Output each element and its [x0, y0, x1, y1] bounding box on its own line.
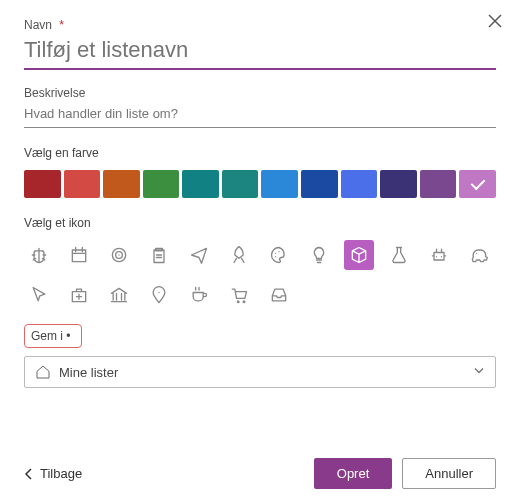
target-icon[interactable] — [104, 240, 134, 270]
inbox-icon[interactable] — [264, 280, 294, 310]
description-input[interactable] — [24, 102, 496, 128]
color-swatch-0[interactable] — [24, 170, 61, 198]
flask-icon[interactable] — [384, 240, 414, 270]
color-swatch-8[interactable] — [341, 170, 378, 198]
close-button[interactable] — [484, 10, 506, 32]
coffee-icon[interactable] — [184, 280, 214, 310]
color-swatch-3[interactable] — [143, 170, 180, 198]
airplane-icon[interactable] — [184, 240, 214, 270]
lightbulb-icon[interactable] — [304, 240, 334, 270]
chevron-down-icon — [473, 365, 485, 380]
save-location-value: Mine lister — [59, 365, 118, 380]
icon-grid — [24, 240, 496, 310]
bug-icon[interactable] — [24, 240, 54, 270]
palette-icon[interactable] — [264, 240, 294, 270]
color-swatch-4[interactable] — [182, 170, 219, 198]
color-swatch-6[interactable] — [261, 170, 298, 198]
close-icon — [488, 14, 502, 28]
color-row — [24, 170, 496, 198]
color-swatch-7[interactable] — [301, 170, 338, 198]
cube-icon[interactable] — [344, 240, 374, 270]
color-swatch-5[interactable] — [222, 170, 259, 198]
name-input[interactable] — [24, 34, 496, 70]
description-label: Beskrivelse — [24, 86, 496, 100]
name-label-text: Navn — [24, 18, 52, 32]
name-label: Navn * — [24, 18, 496, 32]
save-in-label: Gem i • — [24, 324, 82, 348]
button-row: Opret Annuller — [314, 458, 496, 489]
dialog-footer: Tilbage Opret Annuller — [24, 458, 496, 489]
cancel-button[interactable]: Annuller — [402, 458, 496, 489]
create-button[interactable]: Opret — [314, 458, 393, 489]
piggy-bank-icon[interactable] — [464, 240, 494, 270]
robot-icon[interactable] — [424, 240, 454, 270]
back-button[interactable]: Tilbage — [24, 466, 82, 481]
save-in-bullet: • — [66, 329, 70, 343]
clipboard-icon[interactable] — [144, 240, 174, 270]
color-swatch-11[interactable] — [459, 170, 496, 198]
calendar-icon[interactable] — [64, 240, 94, 270]
color-swatch-1[interactable] — [64, 170, 101, 198]
bank-icon[interactable] — [104, 280, 134, 310]
color-swatch-2[interactable] — [103, 170, 140, 198]
color-swatch-9[interactable] — [380, 170, 417, 198]
cart-icon[interactable] — [224, 280, 254, 310]
map-pin-icon[interactable] — [144, 280, 174, 310]
cursor-icon[interactable] — [24, 280, 54, 310]
home-icon — [35, 364, 51, 380]
icon-section-label: Vælg et ikon — [24, 216, 496, 230]
rocket-icon[interactable] — [224, 240, 254, 270]
color-section-label: Vælg en farve — [24, 146, 496, 160]
required-star: * — [59, 18, 64, 32]
back-label: Tilbage — [40, 466, 82, 481]
first-aid-icon[interactable] — [64, 280, 94, 310]
color-swatch-10[interactable] — [420, 170, 457, 198]
save-in-label-text: Gem i — [31, 329, 63, 343]
save-location-select[interactable]: Mine lister — [24, 356, 496, 388]
chevron-left-icon — [24, 468, 34, 480]
